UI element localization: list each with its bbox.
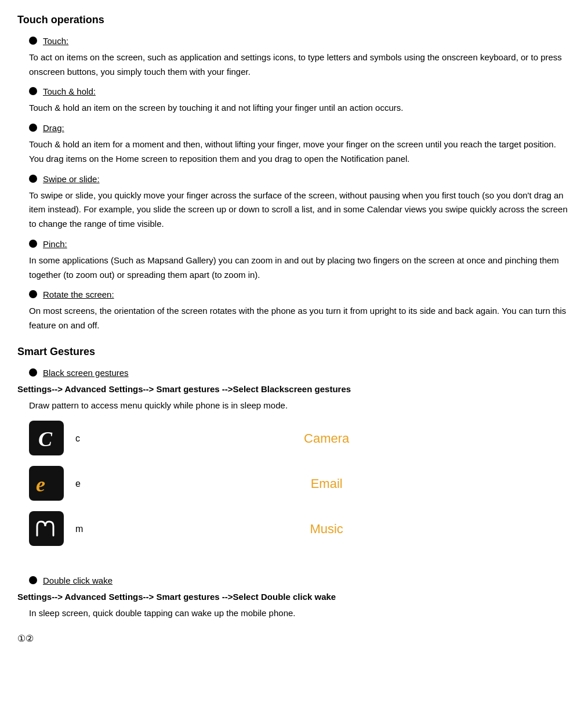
bullet-dot	[29, 87, 37, 95]
rotate-body: On most screens, the orientation of the …	[29, 304, 571, 333]
rotate-label: Rotate the screen:	[43, 288, 114, 302]
touch-hold-item: Touch & hold:	[29, 85, 571, 99]
bullet-dot	[29, 240, 37, 248]
svg-text:C: C	[38, 428, 53, 451]
pinch-label: Pinch:	[43, 237, 67, 251]
drag-label: Drag:	[43, 121, 64, 135]
m-letter-svg	[34, 516, 59, 541]
black-screen-label: Black screen gestures	[43, 366, 129, 380]
rotate-item: Rotate the screen:	[29, 288, 571, 302]
swipe-label: Swipe or slide:	[43, 172, 100, 186]
svg-text:e: e	[36, 473, 45, 496]
black-screen-settings: Settings--> Advanced Settings--> Smart g…	[17, 382, 571, 396]
pinch-item: Pinch:	[29, 237, 571, 251]
music-gesture-row: m Music	[29, 511, 554, 546]
touch-body: To act on items on the screen, such as a…	[29, 50, 571, 79]
email-gesture-row: e e Email	[29, 466, 554, 501]
bullet-dot	[29, 37, 37, 45]
c-letter-svg: C	[34, 425, 59, 451]
swipe-body: To swipe or slide, you quickly move your…	[29, 189, 571, 231]
bullet-dot	[29, 124, 37, 132]
music-gesture-icon	[29, 511, 64, 546]
pinch-body: In some applications (Such as Mapsand Ga…	[29, 254, 571, 283]
double-click-settings: Settings--> Advanced Settings--> Smart g…	[17, 590, 571, 604]
touch-operations-section: Touch operations Touch: To act on items …	[17, 12, 571, 333]
drag-body: Touch & hold an item for a moment and th…	[29, 138, 571, 167]
touch-operations-title: Touch operations	[17, 12, 571, 28]
camera-name: Camera	[99, 428, 554, 448]
email-name: Email	[99, 473, 554, 494]
drag-item: Drag:	[29, 121, 571, 135]
touch-hold-label: Touch & hold:	[43, 85, 96, 99]
music-letter: m	[75, 522, 99, 537]
bullet-dot	[29, 290, 37, 298]
double-click-description: In sleep screen, quick double tapping ca…	[29, 606, 571, 621]
camera-letter: c	[75, 431, 99, 446]
swipe-item: Swipe or slide:	[29, 172, 571, 186]
email-letter: e	[75, 476, 99, 491]
bullet-dot	[29, 576, 37, 584]
footer-numbers: ①②	[17, 631, 571, 646]
touch-label: Touch:	[43, 34, 68, 48]
spacer	[17, 556, 571, 574]
double-click-label: Double click wake	[43, 574, 112, 588]
black-screen-description: Draw pattern to access menu quickly whil…	[29, 399, 571, 413]
email-gesture-icon: e	[29, 466, 64, 501]
touch-item: Touch:	[29, 34, 571, 48]
camera-gesture-row: C c Camera	[29, 421, 554, 455]
gesture-table: C c Camera e e Email m	[29, 421, 554, 546]
e-letter-svg: e	[34, 471, 59, 496]
music-name: Music	[99, 519, 554, 539]
double-click-item: Double click wake	[29, 574, 571, 588]
touch-hold-body: Touch & hold an item on the screen by to…	[29, 101, 571, 115]
black-screen-item: Black screen gestures	[29, 366, 571, 380]
smart-gestures-section: Smart Gestures Black screen gestures Set…	[17, 343, 571, 621]
smart-gestures-title: Smart Gestures	[17, 343, 571, 360]
camera-gesture-icon: C	[29, 421, 64, 455]
bullet-dot	[29, 368, 37, 377]
bullet-dot	[29, 175, 37, 183]
